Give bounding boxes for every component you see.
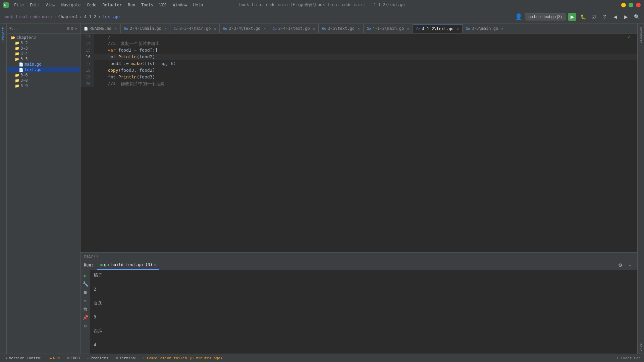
right-tab-make[interactable]: make (638, 342, 643, 354)
line-content: copy(food3, food2) (94, 67, 637, 74)
menu-tools[interactable]: Tools (139, 2, 156, 8)
editor-main: 📄README.md✕Go2-4-1\main.go✕Go2-3-4\main.… (80, 23, 637, 354)
tab-close-button[interactable]: ✕ (313, 26, 315, 31)
run-minimize-button[interactable]: − (626, 261, 634, 269)
menu-code[interactable]: Code (84, 2, 99, 8)
line-number: 20 (80, 80, 94, 87)
menu-refactor[interactable]: Refactor (100, 2, 124, 8)
tab-close-button[interactable]: ✕ (164, 26, 167, 31)
line-content: } (94, 34, 637, 40)
tab-close-button[interactable]: ✕ (263, 26, 266, 31)
app-icon: G (3, 2, 9, 8)
tree-item-3-8[interactable]: 📁3-8 (7, 78, 80, 83)
editor-tab-0[interactable]: 📄README.md✕ (80, 24, 121, 33)
run-stop-button[interactable]: ■ (82, 289, 89, 296)
breadcrumb-project[interactable]: book_final_code-main (3, 14, 52, 19)
tab-file-icon: Go (223, 27, 227, 31)
search-button[interactable]: 🔍 (633, 13, 641, 21)
close-button[interactable] (636, 3, 641, 7)
breadcrumb-folder[interactable]: 4-1-2 (84, 14, 96, 19)
run-tab-close[interactable]: ✕ (154, 262, 156, 267)
run-config-selector[interactable]: go build text.go (3) (525, 13, 566, 20)
run-label: Run: (84, 263, 94, 267)
menu-view[interactable]: View (43, 2, 58, 8)
editor-tab-8[interactable]: Go3-5\main.go✕ (463, 24, 507, 33)
bottom-todo[interactable]: ☑ TODO (65, 355, 82, 361)
tree-item-3-4[interactable]: 📁3-4 (7, 51, 80, 56)
project-collapse-icon[interactable]: ⊞ (67, 26, 70, 31)
maximize-button[interactable] (629, 3, 633, 7)
editor-tab-5[interactable]: Go3-5\text.go✕ (319, 24, 363, 33)
profile-icon[interactable]: 👤 (515, 13, 522, 20)
folder-icon: 📁 (15, 84, 19, 88)
coverage-button[interactable]: ☑ (590, 13, 598, 21)
tree-item-3-6[interactable]: 📁3-6 (7, 72, 80, 78)
editor-tab-1[interactable]: Go2-4-1\main.go✕ (121, 24, 170, 33)
run-play-button[interactable]: ▶ (82, 272, 89, 279)
menu-window[interactable]: Window (170, 2, 190, 8)
run-settings-button[interactable]: ⚙ (616, 261, 624, 269)
tree-item-Chapter3[interactable]: 📂Chapter3 (7, 35, 80, 40)
tree-item-3-3[interactable]: 📁3-3 (7, 46, 80, 51)
tab-close-button[interactable]: ✕ (358, 26, 360, 31)
project-settings-icon[interactable]: ⚙ (71, 26, 73, 31)
editor-tab-4[interactable]: Go2-4-1\text.go✕ (269, 24, 319, 33)
project-panel: P... ⊞ ⚙ ✕ 📂Chapter3📁3-2📁3-3📁3-4📂3-5📄mai… (7, 23, 80, 354)
tab-close-button[interactable]: ✕ (407, 26, 410, 31)
profile-run-button[interactable]: ⏱ (600, 13, 608, 21)
breadcrumb-file[interactable]: text.go (103, 14, 120, 19)
run-build-button[interactable]: 🔧 (82, 280, 89, 288)
code-line-15: 15 var food2 = food[:] (80, 47, 637, 54)
menu-run[interactable]: Run (125, 2, 138, 8)
minimize-button[interactable] (621, 3, 626, 7)
code-line-18: 18 copy(food3, food2) (80, 67, 637, 74)
debug-button[interactable]: 🐛 (579, 13, 587, 21)
output-line: 西瓜 (94, 327, 634, 335)
warning-icon: ⚠ (143, 356, 147, 360)
editor-tab-3[interactable]: Go2-3-4\text.go✕ (220, 24, 269, 33)
tab-close-button[interactable]: ✕ (501, 26, 503, 31)
event-log-status[interactable]: 1 Event Log (616, 356, 641, 360)
run-pin-button[interactable]: 📌 (82, 314, 89, 321)
tree-item-main-go[interactable]: 📄main.go (7, 62, 80, 67)
menu-edit[interactable]: Edit (27, 2, 42, 8)
run-button[interactable]: ▶ (568, 13, 576, 21)
tree-item-label: text.go (24, 67, 42, 72)
code-line-16: 16 fmt.Println(food2) (80, 54, 637, 60)
bottom-terminal[interactable]: ⌨ Terminal (114, 355, 139, 361)
menu-navigate[interactable]: Navigate (59, 2, 84, 8)
back-button[interactable]: ◀ (611, 13, 619, 21)
tab-close-button[interactable]: ✕ (457, 27, 459, 31)
project-hide-icon[interactable]: ✕ (75, 26, 77, 31)
code-line-19: 19 fmt.Println(food3) (80, 74, 637, 80)
bottom-problems[interactable]: ⚠ Problems (85, 355, 111, 361)
sidebar-item-project[interactable]: Project (0, 25, 6, 45)
titlebar-left: G File Edit View Navigate Code Refactor … (3, 2, 206, 8)
editor-tab-7[interactable]: Go4-1-2\text.go✕ (413, 24, 463, 33)
toolbar: book_final_code-main › Chapter4 › 4-1-2 … (0, 10, 644, 23)
tab-close-button[interactable]: ✕ (114, 26, 117, 31)
tree-item-3-5[interactable]: 📂3-5 (7, 56, 80, 62)
breadcrumb-chapter[interactable]: Chapter4 (58, 14, 78, 19)
code-editor[interactable]: ✓13 }14 //3. 复制一个切片并输出15 var food2 = foo… (80, 34, 637, 252)
run-tab-active[interactable]: ● go build text.go (3) ✕ (97, 260, 159, 270)
editor-tab-2[interactable]: Go2-3-4\main.go✕ (170, 24, 220, 33)
forward-button[interactable]: ▶ (622, 13, 630, 21)
editor-tab-6[interactable]: Go4-1-2\main.go✕ (364, 24, 413, 33)
run-clear-button[interactable]: 🗑 (82, 305, 89, 313)
line-content: //3. 复制一个切片并输出 (94, 40, 637, 47)
run-rerun-button[interactable]: ↺ (82, 297, 89, 304)
content-area: Project P... ⊞ ⚙ ✕ 📂Chapter3📁3-2📁3-3📁3-4… (0, 23, 644, 354)
run-tools-button[interactable]: ⚙ (82, 322, 89, 329)
line-number: 14 (80, 40, 94, 47)
menu-file[interactable]: File (11, 2, 26, 8)
tree-item-3-9[interactable]: 📁3-9 (7, 83, 80, 88)
bottom-version-control[interactable]: ⌥ Version Control (3, 355, 44, 361)
menu-vcs[interactable]: VCS (157, 2, 169, 8)
tree-item-text-go[interactable]: 📄text.go (7, 67, 80, 72)
tab-close-button[interactable]: ✕ (214, 26, 216, 31)
right-tab-database[interactable]: Database (638, 25, 643, 45)
tree-item-3-2[interactable]: 📁3-2 (7, 40, 80, 46)
menu-help[interactable]: Help (191, 2, 206, 8)
bottom-run[interactable]: ▶ Run (48, 355, 62, 361)
